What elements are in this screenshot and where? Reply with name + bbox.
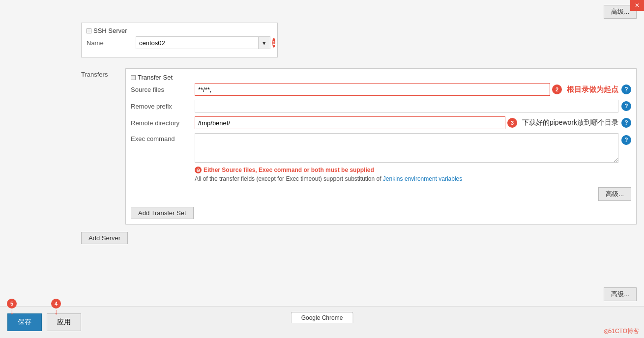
main-panel: 高级... SSH Server Name ▾ 1 (74, 0, 644, 306)
remote-directory-help[interactable]: ? (621, 118, 631, 128)
apply-button[interactable]: 应用 (47, 313, 81, 331)
badge-5: 5 (7, 299, 17, 309)
name-input[interactable] (136, 36, 259, 49)
source-files-input[interactable] (195, 83, 550, 96)
source-files-label: Source files (131, 86, 195, 93)
badge-1: 1 (272, 38, 275, 48)
add-transfer-set-button[interactable]: Add Transfer Set (131, 207, 194, 219)
chrome-tab-area: Google Chrome (291, 312, 353, 323)
branding: ◎51CTO博客 (604, 327, 639, 336)
chrome-tab[interactable]: Google Chrome (291, 312, 353, 323)
source-files-help[interactable]: ? (621, 84, 631, 94)
add-transfer-set-row: Add Transfer Set (131, 207, 631, 219)
exec-command-row: Exec command ? (131, 133, 631, 163)
ssh-server-title: SSH Server (93, 27, 127, 34)
badge-2: 2 (552, 84, 562, 94)
remote-directory-annotation: 下载好的pipework放到哪个目录 (522, 118, 618, 127)
name-input-row: ▾ (136, 36, 270, 49)
advanced-button-panel-bottom[interactable]: 高级... (604, 287, 637, 301)
transfers-section: Transfers Transfer Set Source files 2 根目… (81, 68, 637, 225)
transfers-label: Transfers (81, 68, 120, 225)
error-text: Either Source files, Exec command or bot… (204, 167, 374, 173)
remove-prefix-label: Remove prefix (131, 103, 195, 110)
close-button[interactable]: ✕ (630, 0, 644, 11)
badge-3: 3 (507, 118, 517, 128)
name-label: Name (87, 39, 136, 47)
remote-directory-row: Remote directory 3 下载好的pipework放到哪个目录 ? (131, 116, 631, 129)
ssh-server-header: SSH Server (87, 27, 272, 34)
panel-bottom-advanced-row: 高级... (604, 287, 637, 301)
name-field-row: Name ▾ 1 (87, 36, 272, 49)
remove-prefix-input[interactable] (195, 100, 618, 113)
arrow-4: ↓ (54, 308, 58, 316)
source-files-annotation: 根目录做为起点 (567, 85, 618, 94)
remote-directory-input[interactable] (195, 116, 505, 129)
error-message-row: ⊖ Either Source files, Exec command or b… (195, 167, 631, 173)
ssh-server-icon (87, 28, 91, 33)
info-text: All of the transfer fields (except for E… (195, 175, 631, 182)
source-files-row: Source files 2 根目录做为起点 ? (131, 83, 631, 96)
exec-command-help[interactable]: ? (621, 135, 631, 145)
exec-command-label: Exec command (131, 133, 195, 142)
transfer-advanced-row: 高级... (131, 187, 631, 201)
remove-prefix-help[interactable]: ? (621, 101, 631, 111)
badge-4: 4 (51, 299, 61, 309)
error-icon: ⊖ (195, 167, 202, 173)
transfer-set-box: Transfer Set Source files 2 根目录做为起点 ? Re… (125, 68, 637, 225)
remove-prefix-row: Remove prefix ? (131, 100, 631, 113)
top-advanced-row: 高级... (81, 5, 637, 19)
transfer-set-header: Transfer Set (131, 74, 631, 81)
main-content: ✕ 高级... SSH Server Name ▾ 1 (0, 0, 644, 338)
advanced-button-transfer[interactable]: 高级... (598, 187, 631, 201)
arrow-5: ↓ (10, 308, 14, 316)
info-text-content: All of the transfer fields (except for E… (195, 175, 383, 182)
ssh-server-box: SSH Server Name ▾ 1 (81, 23, 278, 57)
transfer-set-title: Transfer Set (138, 74, 173, 81)
exec-command-input[interactable] (195, 133, 618, 163)
add-server-row: Add Server (81, 232, 637, 244)
remote-directory-label: Remote directory (131, 119, 195, 127)
add-server-button[interactable]: Add Server (81, 232, 128, 244)
jenkins-env-link[interactable]: Jenkins environment variables (383, 175, 462, 182)
transfer-set-icon (131, 75, 136, 80)
name-dropdown[interactable]: ▾ (259, 36, 270, 49)
